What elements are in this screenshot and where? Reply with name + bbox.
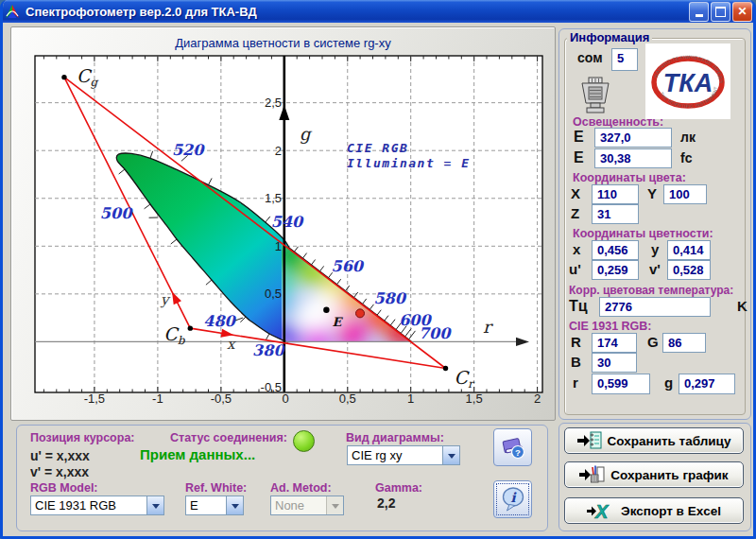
svg-text:-0,5: -0,5: [261, 380, 282, 394]
cct-title: Корр. цветовая температура:: [569, 284, 733, 297]
close-button[interactable]: ✕: [732, 2, 752, 22]
g-label: g: [664, 374, 673, 391]
B-field[interactable]: 30: [592, 353, 637, 373]
G-field[interactable]: 86: [662, 333, 706, 353]
cct-label: Тц: [569, 298, 588, 315]
wavelength-label-520: 520: [172, 141, 205, 159]
r-label: r: [573, 374, 578, 391]
wavelength-label-500: 500: [100, 204, 133, 222]
chevron-down-icon[interactable]: [146, 496, 163, 514]
ref-white-select[interactable]: E: [185, 496, 244, 515]
wavelength-label-560: 560: [332, 257, 365, 275]
app-icon: [4, 3, 21, 20]
chevron-down-icon[interactable]: [442, 446, 459, 464]
x-field[interactable]: 0,456: [592, 240, 639, 260]
window-title: Спектрофотометр вер.2.0 для ТКА-ВД: [26, 5, 689, 19]
book-question-icon: ?: [500, 434, 526, 461]
svg-text:?: ?: [515, 447, 521, 458]
chromaticity-title: Координаты цветности:: [573, 227, 713, 240]
com-port-connector-icon: [577, 77, 613, 116]
save-table-label: Сохранить таблицу: [608, 434, 731, 448]
svg-text:-0,5: -0,5: [211, 391, 232, 406]
export-excel-button[interactable]: X Экспорт в Excel: [564, 497, 744, 524]
svg-text:2,5: 2,5: [265, 96, 282, 110]
arrow-excel-x-icon: X: [587, 500, 615, 521]
arrow-notebook-icon: [577, 430, 602, 451]
svg-text:X: X: [594, 501, 610, 521]
titlebar[interactable]: Спектрофотометр вер.2.0 для ТКА-ВД ✕: [0, 0, 756, 23]
svg-text:1,5: 1,5: [466, 391, 483, 406]
illuminance-fc-field[interactable]: 30,38: [594, 148, 672, 168]
white-point-dot: [323, 307, 329, 313]
close-icon: ✕: [737, 6, 747, 17]
svg-text:CIE RGB: CIE RGB: [347, 141, 408, 155]
svg-text:Illuminant = E: Illuminant = E: [347, 156, 471, 170]
g-field[interactable]: 0,297: [679, 374, 735, 394]
illuminance-title: Освещенность:: [573, 115, 663, 129]
u-prime-field[interactable]: 0,259: [592, 260, 639, 280]
v-prime-label: v': [649, 261, 661, 277]
save-graph-label: Сохранить график: [610, 468, 728, 482]
svg-text:2: 2: [534, 391, 541, 406]
r-field[interactable]: 0,599: [592, 374, 650, 394]
R-field[interactable]: 174: [592, 333, 637, 353]
Y-field[interactable]: 100: [663, 184, 707, 204]
illuminance-lux-field[interactable]: 327,0: [594, 128, 672, 148]
B-label: B: [571, 354, 581, 370]
kelvin-unit: K: [737, 298, 747, 314]
color-coords-title: Координаты цвета:: [573, 171, 686, 184]
G-label: G: [647, 334, 659, 350]
X-field[interactable]: 110: [592, 184, 639, 204]
com-port-field[interactable]: 5: [611, 48, 638, 71]
ad-metod-select: None: [270, 496, 344, 515]
svg-text:0: 0: [282, 391, 288, 406]
gamma-value: 2,2: [377, 496, 395, 511]
minimize-button[interactable]: [689, 2, 709, 22]
rgb-model-label: RGB Model:: [30, 481, 98, 495]
svg-text:-1: -1: [152, 391, 163, 406]
wavelength-label-540: 540: [271, 213, 304, 231]
illuminance-lux-label: E: [574, 129, 584, 146]
save-graph-button[interactable]: Сохранить график: [564, 461, 744, 488]
ad-metod-label: Ad. Metod:: [270, 481, 332, 495]
cursor-u-value: u' = x,xxx: [30, 448, 90, 463]
svg-text:1,5: 1,5: [265, 191, 282, 205]
com-port-label: сом: [577, 50, 603, 65]
maximize-button[interactable]: [711, 2, 730, 22]
rgb-model-select[interactable]: CIE 1931 RGB: [30, 496, 164, 515]
diagram-type-select[interactable]: CIE rg xy: [347, 445, 460, 465]
x-label: x: [573, 241, 580, 257]
help-button[interactable]: ?: [493, 428, 532, 466]
gamma-label: Gamma:: [375, 481, 422, 495]
chevron-down-icon: [326, 496, 343, 514]
y-field[interactable]: 0,414: [667, 240, 711, 260]
chevron-down-icon[interactable]: [226, 496, 243, 514]
rgb-title: CIE 1931 RGB:: [569, 320, 652, 333]
svg-text:0,5: 0,5: [265, 287, 282, 301]
v-prime-field[interactable]: 0,528: [667, 260, 711, 280]
Z-label: Z: [571, 205, 579, 221]
cursor-v-value: v' = x,xxx: [30, 464, 89, 479]
maximize-icon: [715, 7, 726, 17]
save-table-button[interactable]: Сохранить таблицу: [564, 427, 744, 454]
ref-white-label: Ref. White:: [185, 481, 247, 495]
svg-text:-1,5: -1,5: [84, 391, 105, 406]
logo-brand: ТКА: [663, 69, 713, 97]
connection-status-text: Прием данных...: [140, 446, 255, 462]
Z-field[interactable]: 31: [592, 204, 639, 224]
info-group-title: Информация: [567, 30, 652, 44]
chromaticity-diagram: r g yxCgCbCrE380480500520540560580600700…: [11, 27, 557, 422]
cct-field[interactable]: 2776: [599, 297, 711, 317]
wavelength-label-380: 380: [252, 341, 285, 359]
actions-panel: Сохранить таблицу Сохранить график X Экс…: [558, 423, 751, 531]
info-button[interactable]: i: [493, 480, 532, 518]
svg-text:1: 1: [407, 391, 414, 406]
illuminance-fc-label: E: [574, 149, 584, 166]
info-panel: Информация сом 5 НАУЧНО-ТЕХНИЧЕСКОЕ ПРЕД…: [558, 28, 751, 420]
cursor-position-title: Позиция курсора:: [30, 431, 135, 444]
svg-text:1: 1: [275, 239, 282, 253]
measured-point-dot: [356, 309, 365, 318]
svg-text:0,5: 0,5: [339, 391, 356, 406]
arrow-pencils-page-icon: [579, 464, 605, 485]
R-label: R: [571, 334, 581, 350]
